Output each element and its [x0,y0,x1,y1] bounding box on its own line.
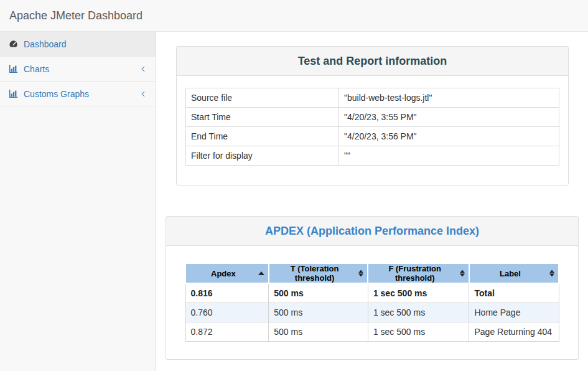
table-row-total: 0.816 500 ms 1 sec 500 ms Total [185,283,559,303]
cell-frustration: 1 sec 500 ms [368,283,469,303]
sidebar-item-label: Charts [24,64,49,74]
cell-label: Total [469,283,559,303]
cell-label: Page Returning 404 [469,322,559,342]
sidebar-item-charts[interactable]: Charts [0,57,156,82]
cell-toleration: 500 ms [269,322,368,342]
apdex-panel: APDEX (Application Performance Index) Ap… [166,216,579,360]
chevron-left-icon [139,90,147,98]
info-label: Source file [186,88,339,108]
apdex-title: APDEX (Application Performance Index) [265,225,479,238]
cell-frustration: 1 sec 500 ms [368,303,469,322]
info-value: "4/20/23, 3:55 PM" [339,108,559,127]
info-value: "build-web-test-logs.jtl" [339,88,559,108]
table-row: Source file "build-web-test-logs.jtl" [186,88,559,108]
test-info-panel: Test and Report information Source file … [176,46,569,186]
app-title: Apache JMeter Dashboard [9,9,142,22]
sidebar-item-label: Customs Graphs [24,89,89,99]
sort-asc-icon [258,271,264,275]
test-info-title: Test and Report information [298,55,447,68]
cell-frustration: 1 sec 500 ms [368,322,469,342]
sidebar: Dashboard Charts Customs Gr [0,32,156,371]
table-row: End Time "4/20/23, 3:56 PM" [186,127,559,146]
apdex-panel-header: APDEX (Application Performance Index) [166,217,578,246]
sort-icon [358,270,363,277]
column-header-toleration[interactable]: T (Toleration threshold) [269,263,368,283]
sidebar-item-dashboard[interactable]: Dashboard [0,32,156,57]
cell-apdex: 0.872 [185,322,269,342]
info-value: "4/20/23, 3:56 PM" [339,127,559,146]
table-row: 0.760 500 ms 1 sec 500 ms Home Page [185,303,559,322]
chevron-left-icon [139,65,147,73]
bar-chart-icon [9,64,18,73]
bar-chart-icon [9,89,18,98]
apdex-panel-body: Apdex T (Toleration threshold) F (Frustr… [166,246,578,362]
app-header: Apache JMeter Dashboard [0,0,588,32]
cell-toleration: 500 ms [269,303,368,322]
cell-toleration: 500 ms [269,283,368,303]
test-info-panel-body: Source file "build-web-test-logs.jtl" St… [177,76,568,177]
cell-apdex: 0.816 [185,283,269,303]
column-header-apdex[interactable]: Apdex [185,263,269,283]
apdex-header-row: Apdex T (Toleration threshold) F (Frustr… [185,263,559,283]
sort-icon [460,270,465,277]
table-row: Start Time "4/20/23, 3:55 PM" [186,108,559,127]
apdex-table: Apdex T (Toleration threshold) F (Frustr… [185,263,559,342]
sidebar-item-label: Dashboard [24,39,67,49]
table-row: 0.872 500 ms 1 sec 500 ms Page Returning… [185,322,559,342]
sidebar-item-customs-graphs[interactable]: Customs Graphs [0,82,156,106]
info-label: Start Time [186,108,339,127]
column-header-frustration[interactable]: F (Frustration threshold) [368,263,469,283]
tachometer-icon [9,39,18,49]
cell-apdex: 0.760 [185,303,269,322]
column-header-label[interactable]: Label [469,263,559,283]
test-info-table: Source file "build-web-test-logs.jtl" St… [185,88,559,166]
info-label: End Time [186,127,339,146]
sort-icon [549,270,554,277]
cell-label: Home Page [469,303,559,322]
table-row: Filter for display "" [186,146,559,166]
info-label: Filter for display [186,146,339,166]
test-info-panel-header: Test and Report information [177,47,568,76]
info-value: "" [339,146,559,166]
